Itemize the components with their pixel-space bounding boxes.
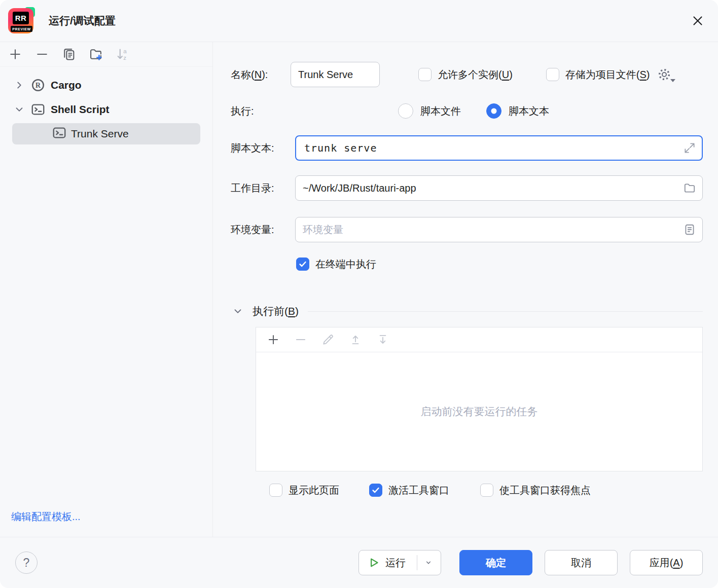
close-icon bbox=[690, 13, 705, 28]
show-this-page-option[interactable]: 显示此页面 bbox=[269, 484, 339, 497]
button-divider bbox=[417, 555, 417, 570]
plus-icon bbox=[267, 333, 280, 346]
chevron-right-icon[interactable] bbox=[12, 80, 26, 91]
before-launch-label: 执行前(B) bbox=[253, 304, 299, 318]
script-file-radio[interactable] bbox=[398, 103, 413, 119]
name-row: 名称(N): 允许多个实例(U) 存储为项目文件(S) bbox=[231, 61, 708, 88]
store-as-project-file-checkbox[interactable] bbox=[546, 68, 559, 81]
gear-icon bbox=[657, 67, 671, 82]
script-text-radio-option[interactable]: 脚本文本 bbox=[486, 103, 549, 119]
run-button-label: 运行 bbox=[385, 556, 406, 570]
run-debug-configurations-dialog: RR PREVIEW 运行/调试配置 bbox=[0, 0, 718, 588]
script-text-input[interactable] bbox=[295, 135, 703, 161]
working-directory-label: 工作目录: bbox=[231, 181, 295, 195]
dialog-body: az R Cargo bbox=[0, 42, 718, 537]
tree-item-label: Shell Script bbox=[51, 103, 110, 116]
close-button[interactable] bbox=[689, 12, 707, 30]
apply-button[interactable]: 应用(A) bbox=[630, 550, 703, 575]
add-configuration-button[interactable] bbox=[8, 47, 22, 61]
configurations-sidebar: az R Cargo bbox=[0, 42, 213, 537]
show-this-page-label: 显示此页面 bbox=[289, 484, 339, 497]
before-launch-toolbar bbox=[256, 327, 702, 352]
allow-multiple-instances-option[interactable]: 允许多个实例(U) bbox=[418, 68, 513, 82]
run-in-terminal-checkbox[interactable] bbox=[296, 258, 309, 271]
checkmark-icon bbox=[371, 485, 381, 495]
before-launch-header: 执行前(B) bbox=[232, 304, 703, 319]
cancel-button[interactable]: 取消 bbox=[545, 550, 618, 575]
chevron-down-icon[interactable] bbox=[232, 306, 243, 317]
move-task-down-button[interactable] bbox=[376, 333, 390, 347]
expand-icon[interactable] bbox=[683, 141, 696, 155]
activate-tool-window-checkbox[interactable] bbox=[369, 484, 382, 497]
script-text-label: 脚本文本: bbox=[231, 141, 295, 155]
edit-configuration-templates-link[interactable]: 编辑配置模板... bbox=[0, 510, 212, 537]
help-button[interactable]: ? bbox=[15, 552, 38, 574]
sort-alphabetically-button[interactable]: az bbox=[116, 47, 130, 61]
allow-multiple-instances-label: 允许多个实例(U) bbox=[438, 68, 513, 82]
dialog-footer: ? 运行 确定 取消 应用(A) bbox=[0, 537, 718, 588]
move-task-up-button[interactable] bbox=[348, 333, 363, 347]
tree-item-cargo[interactable]: R Cargo bbox=[0, 73, 212, 97]
logo-text: RR bbox=[13, 12, 29, 24]
dropdown-triangle-icon bbox=[670, 79, 675, 82]
environment-variables-label: 环境变量: bbox=[231, 223, 295, 237]
add-task-button[interactable] bbox=[266, 333, 280, 347]
configurations-tree: R Cargo Shell Script bbox=[0, 67, 212, 510]
ok-button[interactable]: 确定 bbox=[459, 550, 532, 575]
remove-configuration-button[interactable] bbox=[35, 47, 49, 61]
play-icon bbox=[367, 556, 380, 569]
svg-text:z: z bbox=[123, 54, 126, 61]
move-down-icon bbox=[376, 333, 389, 346]
new-folder-button[interactable] bbox=[89, 47, 103, 61]
run-button[interactable]: 运行 bbox=[358, 550, 441, 575]
browse-variables-icon[interactable] bbox=[683, 223, 696, 236]
environment-variables-row: 环境变量: bbox=[231, 217, 703, 242]
script-text-field-wrap bbox=[295, 135, 703, 161]
execute-row: 执行: 脚本文件 脚本文本 bbox=[231, 99, 708, 123]
chevron-down-icon[interactable] bbox=[423, 558, 434, 568]
focus-tool-window-option[interactable]: 使工具窗口获得焦点 bbox=[480, 484, 591, 497]
execute-label: 执行: bbox=[231, 104, 398, 118]
working-directory-row: 工作目录: bbox=[231, 175, 703, 201]
script-file-radio-label: 脚本文件 bbox=[420, 104, 461, 118]
edit-task-button[interactable] bbox=[321, 333, 335, 347]
script-text-radio[interactable] bbox=[486, 103, 501, 119]
minus-icon bbox=[35, 47, 49, 61]
before-launch-tasks-panel: 启动前没有要运行的任务 bbox=[256, 327, 703, 471]
tree-item-label: Trunk Serve bbox=[71, 128, 129, 140]
tree-item-shell-script[interactable]: Shell Script bbox=[0, 97, 212, 122]
copy-configuration-button[interactable] bbox=[62, 47, 76, 61]
before-launch-empty-text: 启动前没有要运行的任务 bbox=[256, 352, 702, 471]
sidebar-toolbar: az bbox=[0, 42, 212, 67]
tree-item-label: Cargo bbox=[51, 79, 82, 91]
chevron-down-icon[interactable] bbox=[12, 104, 26, 115]
footer-buttons: 运行 确定 取消 应用(A) bbox=[358, 550, 703, 575]
store-as-project-file-option[interactable]: 存储为项目文件(S) bbox=[546, 68, 650, 82]
environment-variables-input[interactable] bbox=[295, 217, 703, 242]
show-this-page-checkbox[interactable] bbox=[269, 484, 282, 497]
cargo-icon: R bbox=[30, 78, 46, 93]
logo-preview-badge: PREVIEW bbox=[11, 26, 32, 32]
script-text-row: 脚本文本: bbox=[231, 135, 703, 161]
dialog-title: 运行/调试配置 bbox=[49, 14, 116, 28]
section-divider bbox=[308, 311, 703, 312]
question-mark-icon: ? bbox=[23, 556, 30, 570]
terminal-icon bbox=[52, 125, 67, 143]
remove-task-button[interactable] bbox=[294, 333, 308, 347]
tree-item-trunk-serve-selected[interactable]: Trunk Serve bbox=[12, 123, 200, 144]
allow-multiple-instances-checkbox[interactable] bbox=[418, 68, 432, 81]
working-directory-input[interactable] bbox=[295, 175, 703, 201]
page-options-row: 显示此页面 激活工具窗口 使工具窗口获得焦点 bbox=[269, 480, 591, 500]
run-in-terminal-option[interactable]: 在终端中执行 bbox=[296, 258, 376, 271]
activate-tool-window-option[interactable]: 激活工具窗口 bbox=[369, 484, 449, 497]
run-in-terminal-row: 在终端中执行 bbox=[296, 255, 376, 273]
environment-variables-field-wrap bbox=[295, 217, 703, 242]
focus-tool-window-checkbox[interactable] bbox=[480, 484, 493, 497]
script-file-radio-option[interactable]: 脚本文件 bbox=[398, 103, 461, 119]
folder-icon[interactable] bbox=[683, 181, 696, 195]
store-options-button[interactable] bbox=[657, 67, 675, 82]
store-as-project-file-label: 存储为项目文件(S) bbox=[565, 68, 650, 82]
configuration-form: 名称(N): 允许多个实例(U) 存储为项目文件(S) bbox=[213, 42, 718, 537]
name-label: 名称(N): bbox=[231, 68, 291, 82]
name-input[interactable] bbox=[291, 62, 380, 87]
